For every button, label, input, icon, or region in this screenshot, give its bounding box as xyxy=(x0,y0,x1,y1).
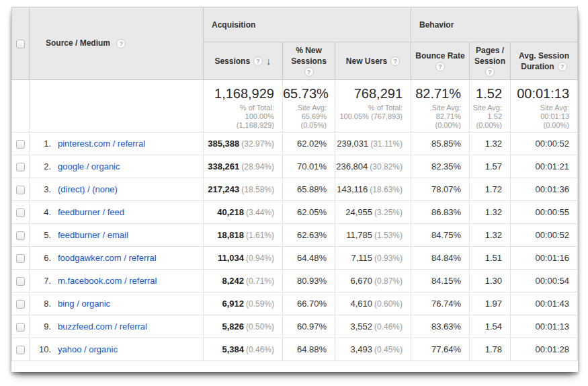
summary-row: 1,168,929 % of Total: 100.00% (1,168,929… xyxy=(12,80,578,132)
pages-session-total-sub: 1.52 xyxy=(470,112,502,121)
help-icon[interactable]: ? xyxy=(485,67,495,77)
avg-session-duration-cell: 00:00:52 xyxy=(511,224,578,247)
sessions-cell: 385,388(32.97%) xyxy=(204,132,283,155)
column-header-pct-new-sessions[interactable]: % New Sessions ? xyxy=(283,42,335,80)
source-medium-link[interactable]: google / organic xyxy=(58,161,120,171)
source-medium-link[interactable]: (direct) / (none) xyxy=(58,184,118,194)
select-all-checkbox[interactable] xyxy=(16,40,25,48)
table-row: 5.feedburner / email 18,818(1.61%) 62.63… xyxy=(12,224,578,247)
help-icon[interactable]: ? xyxy=(558,62,567,71)
sessions-cell: 338,261(28.94%) xyxy=(204,155,283,178)
row-rank: 6. xyxy=(34,253,51,263)
source-medium-link[interactable]: feedburner / feed xyxy=(58,207,124,217)
column-header-pages-session[interactable]: Pages / Session ? xyxy=(470,42,511,80)
table-row: 9.buzzfeed.com / referral 5,826(0.50%) 6… xyxy=(12,315,578,338)
row-checkbox[interactable] xyxy=(16,323,25,332)
new-users-cell: 3,552(0.46%) xyxy=(335,315,411,338)
new-users-cell: 143,116(18.63%) xyxy=(335,178,411,201)
sessions-total-sub: % of Total: xyxy=(204,104,274,112)
source-medium-link[interactable]: feedburner / email xyxy=(58,230,128,240)
source-medium-link[interactable]: buzzfeed.com / referral xyxy=(58,321,147,332)
pages-session-total-sub: Site Avg: xyxy=(470,104,502,112)
new-users-cell: 24,955(3.25%) xyxy=(335,201,411,224)
pct-new-sessions-cell: 62.05% xyxy=(283,201,335,224)
column-header-new-users[interactable]: New Users ? xyxy=(335,42,411,80)
avg-session-duration-total-sub: (0.00%) xyxy=(511,121,569,130)
row-checkbox[interactable] xyxy=(16,346,25,354)
source-cell: 2.google / organic xyxy=(30,155,204,178)
source-medium-link[interactable]: bing / organic xyxy=(58,299,110,309)
bounce-rate-total: 82.71% xyxy=(411,86,461,101)
avg-session-duration-cell: 00:01:43 xyxy=(511,293,578,315)
sessions-cell: 11,034(0.94%) xyxy=(204,247,283,270)
row-rank: 9. xyxy=(34,321,51,332)
pct-new-sessions-cell: 80.93% xyxy=(283,270,335,293)
source-cell: 1.pinterest.com / referral xyxy=(30,132,204,155)
summary-avg-session-duration-cell: 00:01:13 Site Avg: 00:01:13 (0.00%) xyxy=(511,80,578,132)
column-header-avg-session-duration[interactable]: Avg. Session Duration ? xyxy=(511,42,578,80)
avg-session-duration-total-sub: Site Avg: xyxy=(511,104,569,112)
new-users-cell: 7,115(0.93%) xyxy=(335,247,411,270)
new-users-total: 768,291 xyxy=(335,86,403,101)
row-checkbox[interactable] xyxy=(16,208,25,217)
bounce-rate-label: Bounce Rate xyxy=(415,51,464,61)
checkbox-cell xyxy=(12,132,30,155)
pages-session-cell: 1.51 xyxy=(470,247,511,270)
row-rank: 7. xyxy=(34,276,51,286)
pct-new-sessions-cell: 70.01% xyxy=(283,155,335,178)
row-checkbox[interactable] xyxy=(16,140,25,149)
source-cell: 9.buzzfeed.com / referral xyxy=(30,315,204,338)
row-rank: 10. xyxy=(34,344,51,354)
pages-session-cell: 1.54 xyxy=(470,315,511,338)
row-checkbox[interactable] xyxy=(16,186,25,194)
help-icon[interactable]: ? xyxy=(253,56,263,66)
checkbox-cell xyxy=(12,201,30,224)
pct-new-sessions-label-line2: Sessions xyxy=(291,56,327,66)
pct-new-sessions-cell: 66.70% xyxy=(283,293,335,315)
bounce-rate-cell: 84.75% xyxy=(411,224,470,247)
checkbox-cell xyxy=(12,224,30,247)
pages-session-label-line1: Pages / xyxy=(476,46,504,55)
bounce-rate-cell: 84.15% xyxy=(411,270,470,293)
help-icon[interactable]: ? xyxy=(304,67,314,77)
group-header-acquisition: Acquisition xyxy=(204,7,411,42)
row-checkbox[interactable] xyxy=(16,277,25,286)
sessions-cell: 5,826(0.50%) xyxy=(204,315,283,338)
sessions-cell: 8,242(0.71%) xyxy=(204,270,283,293)
pages-session-cell: 1.57 xyxy=(470,155,511,178)
help-icon[interactable]: ? xyxy=(435,62,445,71)
source-medium-link[interactable]: pinterest.com / referral xyxy=(58,139,145,149)
bounce-rate-cell: 77.64% xyxy=(411,338,470,361)
bounce-rate-cell: 78.07% xyxy=(411,178,470,201)
column-header-sessions[interactable]: Sessions ? ↓ xyxy=(204,42,283,80)
avg-session-duration-cell: 00:01:16 xyxy=(511,247,578,270)
source-medium-link[interactable]: foodgawker.com / referral xyxy=(58,253,157,263)
pages-session-cell: 1.32 xyxy=(470,201,511,224)
checkbox-cell xyxy=(12,315,30,338)
pages-session-total: 1.52 xyxy=(470,86,502,101)
pct-new-sessions-total: 65.73% xyxy=(283,86,327,101)
row-checkbox[interactable] xyxy=(16,300,25,309)
summary-source-cell xyxy=(30,80,204,132)
sort-desc-icon[interactable]: ↓ xyxy=(266,55,271,67)
pages-session-cell: 1.32 xyxy=(470,224,511,247)
source-medium-label: Source / Medium xyxy=(46,38,110,48)
column-header-bounce-rate[interactable]: Bounce Rate ? xyxy=(411,42,470,80)
pct-new-sessions-cell: 64.48% xyxy=(283,247,335,270)
source-medium-link[interactable]: m.facebook.com / referral xyxy=(58,276,157,286)
column-header-source-medium[interactable]: Source / Medium ? xyxy=(30,7,204,80)
help-icon[interactable]: ? xyxy=(390,56,400,66)
row-checkbox[interactable] xyxy=(16,231,25,240)
summary-sessions-cell: 1,168,929 % of Total: 100.00% (1,168,929… xyxy=(204,80,283,132)
sessions-cell: 5,384(0.46%) xyxy=(204,338,283,361)
row-checkbox[interactable] xyxy=(16,254,25,263)
checkbox-cell xyxy=(12,270,30,293)
source-cell: 6.foodgawker.com / referral xyxy=(30,247,204,270)
pct-new-sessions-total-sub: Site Avg: xyxy=(283,104,327,112)
sessions-label: Sessions xyxy=(214,56,250,66)
help-icon[interactable]: ? xyxy=(116,39,126,48)
row-checkbox[interactable] xyxy=(16,163,25,171)
source-cell: 3.(direct) / (none) xyxy=(30,178,204,201)
source-medium-link[interactable]: yahoo / organic xyxy=(58,344,118,354)
source-cell: 4.feedburner / feed xyxy=(30,201,204,224)
